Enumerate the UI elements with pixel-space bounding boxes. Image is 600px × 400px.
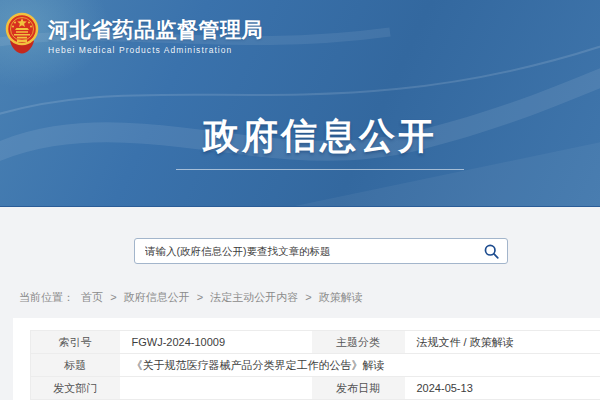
org-name-cn: 河北省药品监督管理局: [48, 18, 263, 41]
table-row: 标题 《关于规范医疗器械产品分类界定工作的公告》解读: [31, 354, 600, 377]
breadcrumb-item-policy-interpretation: 政策解读: [319, 291, 363, 303]
table-row: 发文部门 发布日期 2024-05-13: [31, 377, 600, 400]
national-emblem-icon: [5, 12, 39, 56]
breadcrumb-item-home[interactable]: 首页: [81, 291, 103, 303]
breadcrumb-prefix: 当前位置：: [19, 291, 74, 303]
department-label: 发文部门: [31, 377, 120, 400]
index-number-label: 索引号: [31, 331, 120, 354]
search-input[interactable]: [135, 239, 475, 263]
search-box: [134, 238, 508, 264]
org-name-en: Hebei Medical Products Administration: [48, 45, 263, 55]
publish-date-value: 2024-05-13: [405, 377, 600, 400]
page: 河北省药品监督管理局 Hebei Medical Products Admini…: [0, 0, 600, 400]
document-info-table: 索引号 FGWJ-2024-10009 主题分类 法规文件 / 政策解读 标题 …: [30, 330, 600, 400]
breadcrumb: 当前位置： 首页 > 政府信息公开 > 法定主动公开内容 > 政策解读: [19, 290, 367, 305]
banner-title-area: 政府信息公开: [20, 112, 600, 161]
search-icon: [483, 243, 500, 260]
index-number-value: FGWJ-2024-10009: [120, 331, 312, 354]
breadcrumb-item-statutory-content[interactable]: 法定主动公开内容: [210, 291, 298, 303]
breadcrumb-separator: >: [197, 291, 203, 303]
publish-date-label: 发布日期: [312, 377, 405, 400]
title-value: 《关于规范医疗器械产品分类界定工作的公告》解读: [120, 354, 600, 377]
breadcrumb-item-info-disclosure[interactable]: 政府信息公开: [124, 291, 190, 303]
hero-banner: 河北省药品监督管理局 Hebei Medical Products Admini…: [0, 0, 600, 207]
banner-title-underline: [176, 169, 464, 170]
site-logo-link[interactable]: 河北省药品监督管理局 Hebei Medical Products Admini…: [5, 12, 263, 56]
breadcrumb-separator: >: [110, 291, 116, 303]
category-label: 主题分类: [312, 331, 405, 354]
page-title: 政府信息公开: [20, 112, 600, 161]
department-value: [120, 377, 312, 400]
document-card: 索引号 FGWJ-2024-10009 主题分类 法规文件 / 政策解读 标题 …: [13, 318, 600, 400]
site-title-block: 河北省药品监督管理局 Hebei Medical Products Admini…: [48, 12, 263, 55]
search-button[interactable]: [475, 239, 507, 263]
table-row: 索引号 FGWJ-2024-10009 主题分类 法规文件 / 政策解读: [31, 331, 600, 354]
title-label: 标题: [31, 354, 120, 377]
category-value: 法规文件 / 政策解读: [405, 331, 600, 354]
breadcrumb-separator: >: [305, 291, 311, 303]
